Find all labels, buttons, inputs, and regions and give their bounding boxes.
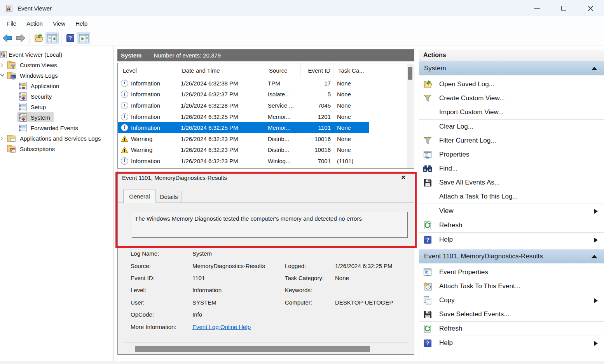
action-find[interactable]: Find... [419,162,604,176]
show-preview-pane-icon [79,34,89,42]
info-icon [121,91,128,98]
open-saved-log-icon [34,34,44,42]
event-fields-left: Log Name:System Source:MemoryDiagnostics… [131,247,282,333]
field-label: Computer: [285,299,335,306]
maximize-icon [561,6,566,11]
menu-file[interactable]: File [2,20,21,27]
tree-item-subscriptions[interactable]: Subscriptions [0,144,113,154]
log-alert-icon [19,82,27,91]
collapse-icon[interactable] [591,67,597,70]
preview-close-icon[interactable]: ✕ [401,174,406,181]
tree-item-label: Security [31,93,52,100]
event-log-online-help-link[interactable]: Event Log Online Help [192,324,251,330]
column-header-source[interactable]: Source [264,63,301,78]
action-save-selected-events[interactable]: Save Selected Events... [419,307,604,321]
action-event-properties[interactable]: Event Properties [419,265,604,279]
action-refresh-event[interactable]: Refresh [419,322,604,336]
forward-button[interactable] [14,32,27,44]
tree-item-label: Setup [31,104,46,110]
event-row[interactable]: Information 1/26/2024 6:32:23 PM Winlog.… [118,155,414,167]
event-row[interactable]: Information 1/26/2024 6:32:28 PM Service… [118,100,414,111]
menu-help[interactable]: Help [70,20,93,27]
open-saved-log-icon [422,79,433,89]
action-label: Clear Log... [439,123,473,131]
tab-details[interactable]: Details [156,191,182,202]
tree-item-applications-services-logs[interactable]: Applications and Services Logs [0,133,113,144]
minimize-button[interactable] [524,0,550,16]
action-help-event[interactable]: ? Help [419,336,604,350]
close-button[interactable] [577,0,604,16]
action-save-all-events-as[interactable]: Save All Events As... [419,176,604,190]
action-label: Find... [439,165,457,172]
tree-item-system[interactable]: System [0,112,113,123]
actions-section-gap [419,247,604,249]
tab-general[interactable]: General [123,190,156,203]
tree-item-application[interactable]: Application [0,81,113,91]
chevron-right-icon[interactable] [0,63,5,67]
tree-item-label: Application [31,83,59,89]
action-help[interactable]: ? Help [419,233,604,247]
action-attach-task-to-event[interactable]: Attach Task To This Event... [419,279,604,293]
tree-item-custom-views[interactable]: Custom Views [0,60,113,70]
event-level: Information [131,80,160,87]
event-row[interactable]: Information 1/26/2024 6:32:25 PM Memor..… [118,111,414,122]
tree-item-windows-logs[interactable]: Windows Logs [0,70,113,81]
info-icon [121,102,128,109]
collapse-icon[interactable] [591,255,597,258]
action-filter-current-log[interactable]: Filter Current Log... [419,134,604,148]
column-header-level[interactable]: Level [118,63,177,78]
event-message-box[interactable]: The Windows Memory Diagnostic tested the… [132,212,408,238]
back-button[interactable] [1,32,14,44]
action-refresh[interactable]: Refresh [419,218,604,232]
column-header-date[interactable]: Date and Time [177,63,264,78]
maximize-button[interactable] [550,0,577,16]
preview-horizontal-scrollbar-thumb[interactable] [135,346,370,352]
tree-item-security[interactable]: Security [0,91,113,102]
info-icon [121,124,128,131]
tree-item-label: Event Viewer (Local) [9,51,62,58]
event-list-vertical-scrollbar[interactable] [407,64,414,168]
action-create-custom-view[interactable]: Create Custom View... [419,91,604,105]
event-task: None [333,89,369,100]
action-properties[interactable]: Properties [419,148,604,162]
event-date: 1/26/2024 6:32:23 PM [177,145,264,156]
show-preview-pane-button[interactable] [77,32,90,44]
event-date: 1/26/2024 6:32:37 PM [177,89,264,100]
tree-item-event-viewer-local[interactable]: Event Viewer (Local) [0,49,113,60]
tab-baseline [118,202,414,203]
toolbar-separator [61,33,61,44]
chevron-down-icon[interactable] [0,73,5,78]
column-header-eventid[interactable]: Event ID [301,63,333,78]
help-button[interactable]: ? [64,32,77,44]
actions-title: Actions [419,49,604,61]
show-console-tree-button[interactable] [45,32,59,44]
event-list-scrollbar-thumb[interactable] [408,67,412,80]
action-copy[interactable]: Copy [419,293,604,307]
actions-section-event[interactable]: Event 1101, MemoryDiagnostics-Results [419,249,604,263]
action-open-saved-log[interactable]: Open Saved Log... [419,77,604,91]
column-header-taskcategory[interactable]: Task Ca... [333,63,369,78]
tree-item-label: Windows Logs [20,72,58,79]
event-level: Warning [131,146,152,153]
field-value: Information [192,287,222,293]
event-row[interactable]: Information 1/26/2024 6:32:37 PM Isolate… [118,89,414,100]
menu-view[interactable]: View [48,20,70,27]
action-label: Event Properties [439,268,488,276]
event-row-selected[interactable]: Information 1/26/2024 6:32:25 PM Memor..… [118,122,414,133]
refresh-icon [422,324,433,334]
action-clear-log[interactable]: Clear Log... [419,120,604,134]
action-attach-task-to-log[interactable]: Attach a Task To this Log... [419,190,604,204]
actions-section-system[interactable]: System [419,61,604,75]
event-row[interactable]: Information 1/26/2024 6:32:38 PM TPM 17 … [118,78,414,89]
properties-icon [422,150,433,160]
event-row[interactable]: Warning 1/26/2024 6:32:23 PM Distrib... … [118,145,414,156]
tree-item-forwarded-events[interactable]: Forwarded Events [0,123,113,133]
action-view[interactable]: View [419,204,604,218]
chevron-right-icon[interactable] [0,136,5,141]
menu-action[interactable]: Action [21,20,48,27]
windows-logs-icon [7,72,16,80]
action-import-custom-view[interactable]: Import Custom View... [419,105,604,119]
event-row[interactable]: Warning 1/26/2024 6:32:23 PM Distrib... … [118,133,414,145]
tree-item-setup[interactable]: Setup [0,102,113,112]
open-saved-log-button[interactable] [32,32,45,44]
